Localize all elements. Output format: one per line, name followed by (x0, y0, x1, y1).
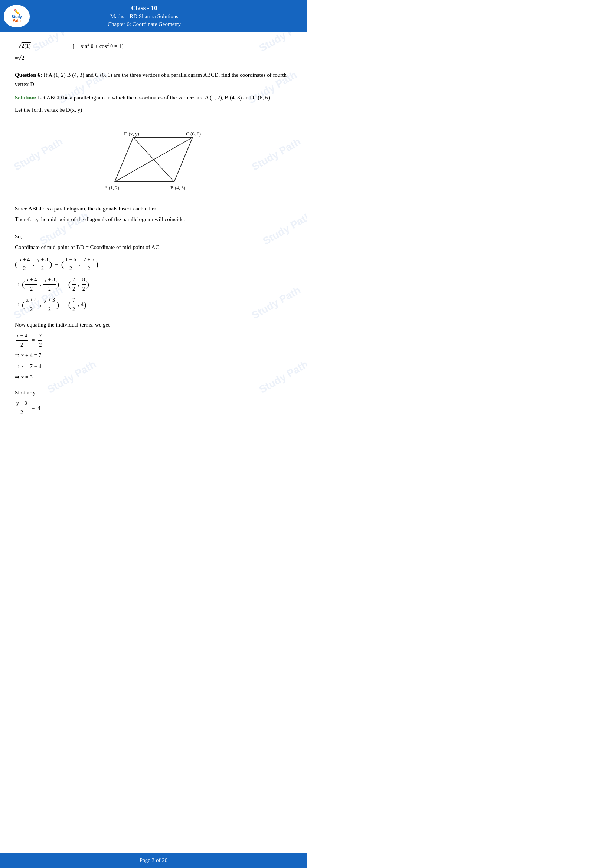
logo-study-text: Study (11, 15, 22, 19)
diagram-svg: D (x, y) C (6, 6) A (1, 2) B (4, 3) (92, 121, 211, 198)
svg-line-3 (174, 137, 193, 182)
header-class: Class - 10 (4, 4, 285, 12)
similarly-text: Similarly, (15, 388, 288, 398)
so-text: So, (15, 232, 288, 242)
header-chapter: Chapter 6: Coordinate Geometry (4, 20, 285, 28)
implies-x-plus-4-eq-7: ⇒ x + 4 = 7 (15, 351, 288, 360)
implies-x-eq-7-minus-4: ⇒ x = 7 − 4 (15, 362, 288, 372)
eq-x-fraction: x + 4 2 = 7 2 (15, 332, 288, 350)
implies-x-eq-3: ⇒ x = 3 (15, 373, 288, 382)
solution: Solution: Let ABCD be a parallelogram in… (15, 93, 288, 103)
main-content: = √2(1) [∵ sin2 θ + cos2 θ = 1] = √2 Que… (0, 32, 307, 426)
math-line-sqrt2: = √2 (15, 53, 288, 64)
parallelogram-diagram: D (x, y) C (6, 6) A (1, 2) B (4, 3) (15, 121, 288, 198)
svg-text:C (6, 6): C (6, 6) (186, 131, 201, 136)
logo-circle: ✏️ Study Path (4, 5, 30, 27)
eq-y-fraction: y + 3 2 = 4 (15, 399, 288, 417)
math-line-sqrt2-1: = √2(1) [∵ sin2 θ + cos2 θ = 1] (15, 41, 288, 51)
header-maths: Maths – RD Sharma Solutions (4, 12, 285, 20)
therefore-text: Therefore, the mid-point of the diagonal… (15, 215, 288, 225)
equals-sign: = (15, 41, 18, 51)
svg-text:B (4, 3): B (4, 3) (171, 185, 185, 191)
logo-pen-icon: ✏️ (14, 9, 20, 15)
question-6: Question 6: If A (1, 2) B (4, 3) and C (… (15, 71, 288, 90)
eq-row-2: ⇒ ( x + 4 2 , y + 3 2 ) = ( 7 2 , 8 2 (15, 275, 288, 293)
condition-text: [∵ sin2 θ + cos2 θ = 1] (72, 41, 123, 51)
svg-text:D (x, y): D (x, y) (124, 131, 139, 136)
now-equating-text: Now equating the individual terms, we ge… (15, 320, 288, 330)
coord-midpoint-text: Coordinate of mid-point of BD = Coordina… (15, 243, 288, 252)
solution-line2: Let the forth vertex be D(x, y) (15, 105, 288, 115)
svg-text:A (1, 2): A (1, 2) (104, 185, 119, 191)
eq-row-1: ( x + 4 2 , y + 3 2 ) = ( 1 + 6 2 , 2 + … (15, 255, 288, 273)
solution-text: Let ABCD be a parallelogram in which the… (38, 95, 271, 101)
page-header: ✏️ Study Path Class - 10 Maths – RD Shar… (0, 0, 307, 32)
svg-line-5 (115, 137, 133, 182)
eq-row-3: ⇒ ( x + 4 2 , y + 3 2 ) = ( 7 2 , 4 ) (15, 296, 288, 314)
svg-line-1 (133, 137, 174, 182)
since-text: Since ABCD is a parallelogram, the diago… (15, 204, 288, 214)
logo-path-text: Path (12, 19, 21, 23)
logo: ✏️ Study Path (4, 5, 30, 27)
question-6-label: Question 6: (15, 72, 42, 78)
question-6-text: If A (1, 2) B (4, 3) and C (6, 6) are th… (15, 72, 287, 88)
solution-label: Solution: (15, 95, 36, 101)
